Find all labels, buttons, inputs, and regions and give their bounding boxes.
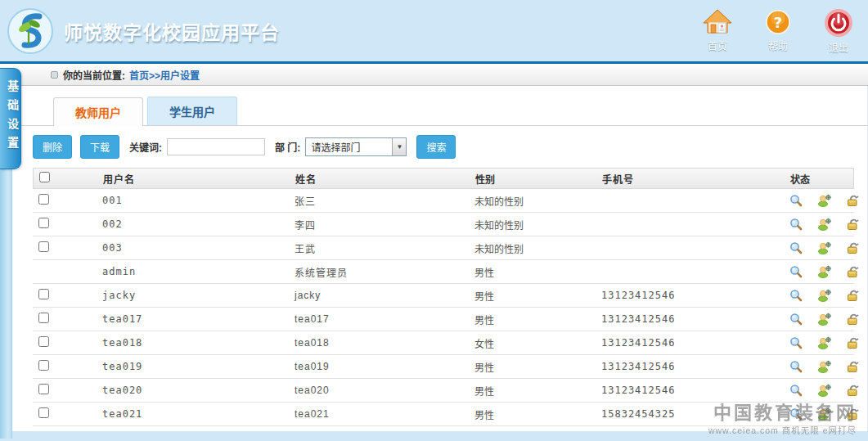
table-row: admin 系统管理员 男性 — [33, 260, 854, 284]
row-checkbox[interactable] — [38, 218, 49, 228]
cell-username: admin — [102, 266, 295, 277]
cell-phone: 13123412546 — [601, 337, 789, 349]
cell-status — [789, 407, 867, 421]
cell-username: jacky — [102, 290, 295, 301]
nav-home-label: 首页 — [708, 38, 727, 52]
view-magnifier-icon[interactable] — [789, 241, 803, 254]
cell-gender: 男性 — [474, 384, 601, 398]
unlock-icon[interactable] — [846, 265, 860, 278]
edit-user-icon[interactable] — [817, 313, 831, 326]
edit-user-icon[interactable] — [817, 407, 831, 421]
table-header-row: 用户名 姓名 性别 手机号 状态 — [33, 168, 854, 189]
cell-status — [789, 265, 867, 278]
edit-user-icon[interactable] — [817, 360, 831, 373]
edit-user-icon[interactable] — [817, 384, 831, 397]
top-nav: 首页 ? 帮助 — [699, 8, 857, 54]
cell-name: tea017 — [295, 313, 474, 325]
download-button[interactable]: 下载 — [80, 135, 119, 159]
nav-home-button[interactable]: 首页 — [699, 8, 735, 54]
unlock-icon[interactable] — [846, 218, 860, 231]
table-row: 003 王武 未知的性别 — [33, 236, 854, 260]
table-row: tea019 tea019 男性 13123412546 — [33, 355, 854, 379]
view-magnifier-icon[interactable] — [789, 336, 803, 349]
keyword-input[interactable] — [167, 138, 265, 155]
content-panel: 教师用户 学生用户 删除 下载 关键词: 部 门: 请选择部门 ▼ 搜索 用户名… — [12, 86, 868, 431]
edit-user-icon[interactable] — [817, 241, 831, 254]
home-icon — [702, 8, 733, 36]
cell-username: tea020 — [102, 385, 295, 396]
unlock-icon[interactable] — [846, 313, 860, 326]
edit-user-icon[interactable] — [817, 265, 831, 278]
unlock-icon[interactable] — [846, 241, 860, 254]
view-magnifier-icon[interactable] — [789, 407, 803, 421]
edit-user-icon[interactable] — [817, 218, 831, 231]
select-all-checkbox[interactable] — [39, 172, 50, 182]
cell-name: 张三 — [295, 194, 474, 208]
unlock-icon[interactable] — [846, 289, 860, 302]
row-checkbox[interactable] — [38, 360, 49, 371]
view-magnifier-icon[interactable] — [789, 218, 803, 231]
keyword-label: 关键词: — [129, 140, 162, 154]
app-title: 师悦数字化校园应用平台 — [64, 17, 280, 45]
tab-teacher-users[interactable]: 教师用户 — [53, 97, 143, 126]
edit-user-icon[interactable] — [817, 289, 831, 302]
main-area: 基础设置 教师用户 学生用户 删除 下载 关键词: 部 门: 请选择部门 ▼ 搜… — [0, 86, 868, 439]
cell-name: 王武 — [295, 241, 474, 255]
view-magnifier-icon[interactable] — [789, 289, 803, 302]
row-checkbox[interactable] — [38, 194, 49, 205]
view-magnifier-icon[interactable] — [789, 194, 803, 207]
table-row: jacky jacky 男性 13123412546 — [33, 284, 854, 308]
view-magnifier-icon[interactable] — [789, 360, 803, 373]
unlock-icon[interactable] — [846, 336, 860, 349]
cell-status — [789, 384, 867, 397]
edit-user-icon[interactable] — [817, 194, 831, 207]
row-checkbox[interactable] — [38, 313, 49, 323]
tab-student-users[interactable]: 学生用户 — [147, 97, 237, 125]
delete-button[interactable]: 删除 — [33, 135, 72, 159]
cell-username: tea019 — [102, 361, 295, 372]
department-select[interactable]: 请选择部门 ▼ — [305, 137, 407, 156]
logout-icon — [824, 8, 853, 38]
help-icon: ? — [764, 8, 792, 36]
tab-bar: 教师用户 学生用户 — [12, 86, 867, 126]
edit-user-icon[interactable] — [817, 336, 831, 349]
column-header-name: 姓名 — [295, 172, 475, 186]
unlock-icon[interactable] — [846, 384, 860, 397]
cell-name: tea021 — [295, 408, 474, 420]
sidebar-tab-basic-settings[interactable]: 基础设置 — [0, 68, 21, 169]
cell-name: tea019 — [295, 361, 474, 372]
row-checkbox[interactable] — [38, 241, 49, 252]
column-header-username: 用户名 — [103, 172, 295, 186]
nav-logout-label: 退出 — [829, 40, 848, 54]
cell-name: jacky — [295, 290, 474, 301]
view-magnifier-icon[interactable] — [789, 384, 803, 397]
unlock-icon[interactable] — [846, 360, 860, 373]
search-button[interactable]: 搜索 — [416, 135, 456, 159]
view-magnifier-icon[interactable] — [789, 265, 803, 278]
nav-logout-button[interactable]: 退出 — [821, 8, 857, 54]
cell-gender: 未知的性别 — [474, 241, 601, 255]
cell-status — [789, 218, 867, 231]
table-row: tea018 tea018 女性 13123412546 — [33, 331, 854, 355]
unlock-icon[interactable] — [846, 407, 860, 421]
svg-text:?: ? — [774, 13, 782, 30]
row-checkbox[interactable] — [38, 336, 49, 347]
cell-status — [789, 336, 867, 349]
row-checkbox[interactable] — [38, 289, 49, 299]
row-checkbox[interactable] — [38, 407, 49, 418]
cell-username: tea021 — [102, 408, 295, 420]
row-checkbox[interactable] — [38, 384, 49, 394]
users-table: 用户名 姓名 性别 手机号 状态 001 张三 未知的性别 — [33, 168, 854, 426]
department-selected-value: 请选择部门 — [311, 140, 360, 154]
breadcrumb: 你的当前位置: 首页>>用户设置 — [0, 64, 868, 86]
nav-help-button[interactable]: ? 帮助 — [760, 8, 796, 54]
cell-status — [789, 289, 867, 302]
cell-gender: 男性 — [474, 265, 601, 279]
view-magnifier-icon[interactable] — [789, 313, 803, 326]
sidebar-strip: 基础设置 — [0, 86, 12, 439]
cell-phone: 13123412546 — [601, 313, 789, 325]
unlock-icon[interactable] — [846, 194, 860, 207]
cell-gender: 男性 — [474, 313, 601, 326]
cell-phone: 13123412546 — [601, 361, 789, 372]
breadcrumb-path[interactable]: 首页>>用户设置 — [129, 68, 200, 82]
